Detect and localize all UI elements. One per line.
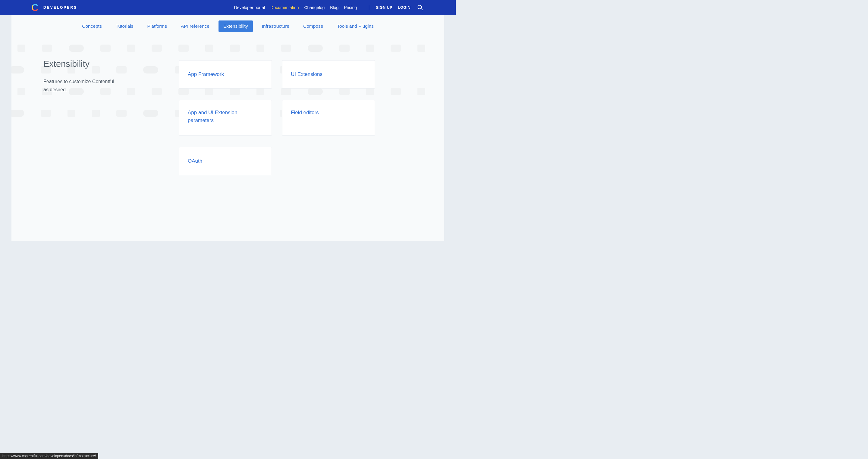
top-navbar: DEVELOPERS Developer portal Documentatio… xyxy=(0,0,456,15)
nav-blog[interactable]: Blog xyxy=(330,5,338,10)
card-app-framework[interactable]: App Framework xyxy=(179,60,272,89)
tab-tutorials[interactable]: Tutorials xyxy=(111,21,138,32)
page-description: Features to customize Contentful as desi… xyxy=(43,77,116,94)
page-intro: Extensibility Features to customize Cont… xyxy=(43,59,143,94)
nav-developer-portal[interactable]: Developer portal xyxy=(234,5,265,10)
primary-nav: Developer portal Documentation Changelog… xyxy=(234,3,456,12)
card-grid: App Framework UI Extensions App and UI E… xyxy=(179,59,375,175)
tab-infrastructure[interactable]: Infrastructure xyxy=(257,21,294,32)
docs-subnav: Concepts Tutorials Platforms API referen… xyxy=(11,15,444,37)
card-label: App Framework xyxy=(188,70,224,78)
card-ui-extensions[interactable]: UI Extensions xyxy=(282,60,375,89)
tab-tools-plugins[interactable]: Tools and Plugins xyxy=(332,21,378,32)
contentful-logo-icon xyxy=(31,4,39,11)
page-content: Extensibility Features to customize Cont… xyxy=(11,37,444,175)
auth-actions: SIGN UP LOGIN xyxy=(369,5,410,10)
card-field-editors[interactable]: Field editors xyxy=(282,100,375,135)
search-icon xyxy=(417,4,423,10)
signup-link[interactable]: SIGN UP xyxy=(376,5,393,10)
tab-api-reference[interactable]: API reference xyxy=(176,21,214,32)
tab-platforms[interactable]: Platforms xyxy=(143,21,172,32)
search-button[interactable] xyxy=(416,3,424,12)
nav-pricing[interactable]: Pricing xyxy=(344,5,357,10)
card-label: App and UI Extension parameters xyxy=(188,109,263,125)
tab-compose[interactable]: Compose xyxy=(299,21,328,32)
nav-changelog[interactable]: Changelog xyxy=(304,5,324,10)
page-title: Extensibility xyxy=(43,59,143,69)
tab-extensibility[interactable]: Extensibility xyxy=(218,21,253,32)
card-label: Field editors xyxy=(291,109,319,117)
login-link[interactable]: LOGIN xyxy=(398,5,410,10)
card-oauth[interactable]: OAuth xyxy=(179,147,272,175)
card-app-ui-extension-parameters[interactable]: App and UI Extension parameters xyxy=(179,100,272,135)
brand-wordmark: DEVELOPERS xyxy=(43,5,77,10)
tab-concepts[interactable]: Concepts xyxy=(77,21,106,32)
nav-documentation[interactable]: Documentation xyxy=(270,5,299,10)
card-label: UI Extensions xyxy=(291,70,322,78)
card-label: OAuth xyxy=(188,157,202,165)
svg-line-1 xyxy=(421,8,423,10)
brand-block[interactable]: DEVELOPERS xyxy=(31,4,77,11)
main-panel: Concepts Tutorials Platforms API referen… xyxy=(11,15,444,241)
